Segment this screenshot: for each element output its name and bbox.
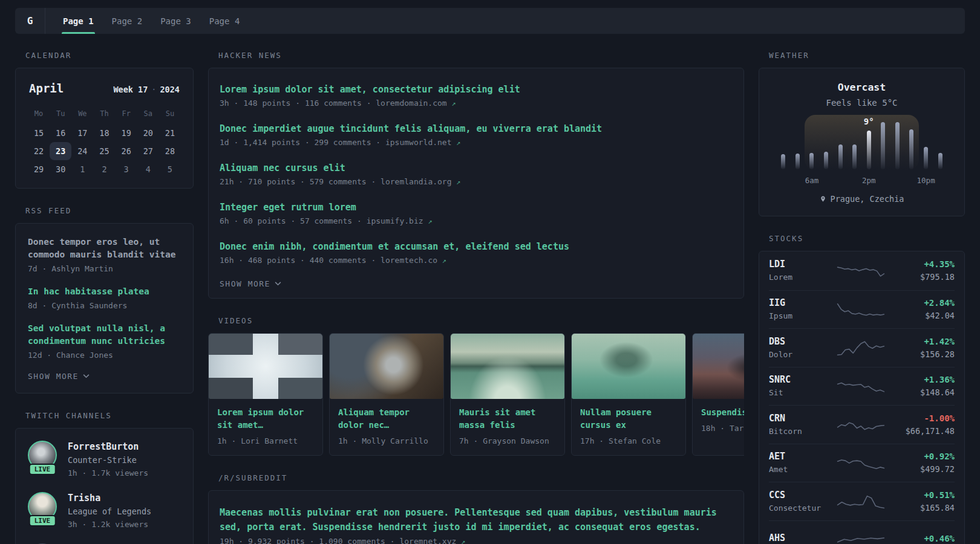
calendar-month: April (29, 82, 64, 95)
section-label-calendar: CALENDAR (15, 51, 194, 60)
calendar-widget: April Week 17·2024 Mo Tu We Th Fr Sa Su … (15, 68, 194, 189)
page-tabs: Page 1 Page 2 Page 3 Page 4 (45, 8, 249, 34)
app-logo[interactable]: G (15, 8, 45, 34)
rss-item-link[interactable]: In hac habitasse platea (28, 285, 181, 298)
stock-sparkline (837, 414, 885, 435)
video-title-link[interactable]: Lorem ipsum dolor sit amet consectetu… (217, 406, 314, 432)
tab-page-4[interactable]: Page 4 (200, 8, 249, 34)
video-thumbnail (451, 334, 564, 399)
weather-location: Prague, Czechia (769, 194, 955, 204)
rss-section: RSS FEED Donec tempor eros leo, ut commo… (15, 206, 194, 393)
stock-row[interactable]: SNRCSit +1.36%$148.64 (769, 367, 955, 406)
stock-row[interactable]: LDILorem +4.35%$795.18 (769, 251, 955, 290)
dashboard-page: G Page 1 Page 2 Page 3 Page 4 CALENDAR A… (0, 0, 980, 544)
video-card[interactable]: Suspendisse diam 18h · Tara (692, 333, 744, 456)
stock-change: +0.46% (889, 533, 955, 544)
tab-page-3[interactable]: Page 3 (151, 8, 200, 34)
video-thumbnail (330, 334, 443, 399)
stock-symbol: LDI (769, 259, 833, 270)
video-meta: 18h · Tara (701, 423, 744, 434)
channel-meta: 3h · 1.2k viewers (68, 519, 151, 530)
rss-show-more-button[interactable]: SHOW MORE (28, 372, 90, 381)
video-thumbnail (572, 334, 685, 399)
hn-domain-link[interactable]: loremdomain.com ↗ (376, 99, 456, 108)
video-card[interactable]: Lorem ipsum dolor sit amet consectetu… 1… (208, 333, 323, 456)
hn-domain-link[interactable]: loremtech.co ↗ (381, 256, 446, 265)
calendar-day: 29 (28, 160, 50, 178)
video-title-link[interactable]: Aliquam tempor dolor nec pharetra… (338, 406, 435, 432)
stock-row[interactable]: AETAmet +0.92%$499.72 (769, 444, 955, 482)
video-card[interactable]: Nullam posuere cursus ex 17h · Stefan Co… (571, 333, 686, 456)
weather-bar (895, 122, 900, 169)
video-title-link[interactable]: Nullam posuere cursus ex (580, 406, 677, 432)
tab-page-1[interactable]: Page 1 (54, 8, 103, 34)
hackernews-section: HACKER NEWS Lorem ipsum dolor sit amet, … (208, 51, 744, 299)
hn-item-link[interactable]: Aliquam nec cursus elit (220, 161, 733, 175)
hn-domain-link[interactable]: ipsumworld.net ↗ (385, 138, 461, 147)
hackernews-widget: Lorem ipsum dolor sit amet, consectetur … (208, 68, 744, 299)
calendar-day: 16 (50, 124, 71, 142)
rss-item-meta: 7d · Ashlyn Martin (28, 263, 181, 274)
stock-change: +4.35% (889, 259, 955, 270)
stock-name: Consectetur (769, 504, 833, 513)
calendar-day-selected: 23 (50, 142, 71, 160)
stock-row[interactable]: DBSDolor +1.42%$156.28 (769, 328, 955, 367)
external-link-icon: ↗ (452, 99, 456, 108)
twitch-channel-row[interactable]: LIVE Trisha League of Legends 3h · 1.2k … (28, 492, 181, 530)
stock-row[interactable]: IIGIpsum +2.84%$42.04 (769, 290, 955, 329)
video-card[interactable]: Aliquam tempor dolor nec pharetra… 1h · … (329, 333, 444, 456)
video-card[interactable]: Mauris sit amet massa felis 7h · Grayson… (450, 333, 565, 456)
video-title-link[interactable]: Suspendisse diam (701, 406, 744, 419)
stock-row[interactable]: AHS +0.46% (769, 520, 955, 544)
rss-item-link[interactable]: Sed volutpat nulla nisl, a condimentum n… (28, 322, 181, 348)
weather-bar (809, 153, 814, 169)
hn-domain-link[interactable]: ipsumify.biz ↗ (367, 216, 433, 225)
stock-row[interactable]: CCSConsectetur +0.51%$165.84 (769, 482, 955, 520)
weather-section: WEATHER Overcast Feels like 5°C 9°6am2pm… (759, 51, 965, 216)
hn-item: Aliquam nec cursus elit 21h · 710 points… (220, 161, 733, 188)
hn-item-meta: 21h · 710 points · 579 comments · loreml… (220, 176, 733, 188)
left-column: CALENDAR April Week 17·2024 Mo Tu We Th … (15, 51, 194, 544)
stock-sparkline (837, 376, 885, 397)
hn-item-link[interactable]: Donec imperdiet augue tincidunt felis al… (220, 122, 733, 135)
channel-name: Trisha (68, 492, 151, 504)
video-meta: 17h · Stefan Cole (580, 435, 677, 447)
hn-domain: loremtech.co (381, 256, 437, 265)
external-link-icon: ↗ (456, 138, 460, 147)
stocks-section: STOCKS LDILorem +4.35%$795.18 IIGIpsum +… (759, 234, 965, 544)
right-column: WEATHER Overcast Feels like 5°C 9°6am2pm… (759, 51, 965, 544)
calendar-header: April Week 17·2024 (29, 82, 180, 95)
reddit-domain: loremnet.xyz (399, 537, 456, 544)
stock-change: +1.42% (889, 336, 955, 347)
time-label: 6am (805, 176, 819, 185)
rss-item-link[interactable]: Donec tempor eros leo, ut commodo mauris… (28, 236, 181, 261)
external-link-icon: ↗ (428, 217, 432, 225)
hn-item-link[interactable]: Lorem ipsum dolor sit amet, consectetur … (220, 83, 733, 96)
hn-domain-link[interactable]: loremlandia.org ↗ (381, 177, 460, 186)
hn-show-more-button[interactable]: SHOW MORE (220, 279, 281, 288)
hn-item-link[interactable]: Donec enim nibh, condimentum et accumsan… (220, 240, 733, 253)
stock-sparkline (837, 337, 885, 358)
weather-bar (838, 144, 843, 169)
stock-symbol: CCS (769, 490, 833, 501)
stock-sparkline (837, 491, 885, 511)
hn-meta-text: 6h · 60 points · 57 comments · (220, 216, 367, 225)
video-title-link[interactable]: Mauris sit amet massa felis (459, 406, 556, 432)
weekday-label: Su (159, 105, 181, 124)
tab-page-2[interactable]: Page 2 (103, 8, 152, 34)
weekday-label: Th (93, 105, 115, 124)
stock-name: Amet (769, 465, 833, 474)
stock-price: $156.28 (889, 349, 955, 360)
external-link-icon: ↗ (456, 178, 460, 186)
hn-item-meta: 16h · 468 points · 440 comments · loremt… (220, 254, 733, 267)
stock-change: +2.84% (889, 297, 955, 308)
weekday-label: Sa (137, 105, 159, 124)
chevron-down-icon (275, 282, 281, 286)
twitch-channel-row[interactable]: LIVE ForrestBurton Counter-Strike 1h · 1… (28, 441, 181, 479)
reddit-domain-link[interactable]: loremnet.xyz ↗ (399, 537, 465, 544)
hn-item-link[interactable]: Integer eget rutrum lorem (220, 201, 733, 214)
reddit-post-link[interactable]: Maecenas mollis pulvinar erat non posuer… (220, 505, 733, 534)
stock-row[interactable]: CRNBitcorn -1.00%$66,171.48 (769, 405, 955, 444)
live-badge: LIVE (29, 515, 56, 526)
hn-item: Donec enim nibh, condimentum et accumsan… (220, 240, 733, 267)
